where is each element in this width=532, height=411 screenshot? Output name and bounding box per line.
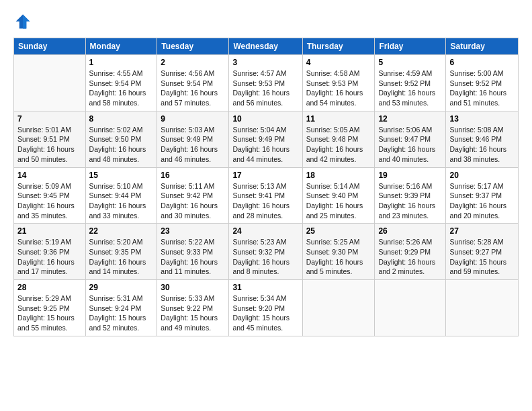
- day-info: Sunrise: 5:06 AM Sunset: 9:47 PM Dayligh…: [378, 125, 442, 165]
- day-number: 26: [378, 226, 442, 236]
- day-number: 10: [232, 114, 298, 124]
- day-number: 18: [306, 171, 371, 180]
- calendar-cell: 3Sunrise: 4:57 AM Sunset: 9:53 PM Daylig…: [229, 55, 302, 111]
- day-number: 12: [378, 114, 442, 124]
- calendar-cell: [446, 280, 519, 336]
- day-info: Sunrise: 5:23 AM Sunset: 9:32 PM Dayligh…: [232, 237, 298, 277]
- calendar-cell: 29Sunrise: 5:31 AM Sunset: 9:24 PM Dayli…: [85, 280, 157, 336]
- weekday-monday: Monday: [85, 38, 157, 55]
- calendar-cell: 26Sunrise: 5:26 AM Sunset: 9:29 PM Dayli…: [375, 224, 446, 280]
- logo-icon: [13, 12, 32, 31]
- calendar-cell: 21Sunrise: 5:19 AM Sunset: 9:36 PM Dayli…: [14, 224, 86, 280]
- calendar-cell: 17Sunrise: 5:13 AM Sunset: 9:41 PM Dayli…: [229, 167, 302, 224]
- calendar-cell: [14, 55, 86, 111]
- day-number: 3: [232, 58, 298, 67]
- day-number: 21: [17, 226, 82, 236]
- day-number: 17: [232, 171, 298, 180]
- day-number: 4: [306, 58, 371, 67]
- day-number: 29: [89, 283, 154, 292]
- day-number: 31: [232, 283, 298, 292]
- weekday-header-row: SundayMondayTuesdayWednesdayThursdayFrid…: [14, 38, 519, 55]
- day-info: Sunrise: 5:31 AM Sunset: 9:24 PM Dayligh…: [89, 293, 154, 333]
- weekday-saturday: Saturday: [446, 38, 519, 55]
- day-info: Sunrise: 5:22 AM Sunset: 9:33 PM Dayligh…: [161, 237, 225, 277]
- day-info: Sunrise: 5:02 AM Sunset: 9:50 PM Dayligh…: [89, 125, 154, 165]
- calendar-cell: 6Sunrise: 5:00 AM Sunset: 9:52 PM Daylig…: [446, 55, 519, 111]
- calendar-cell: 12Sunrise: 5:06 AM Sunset: 9:47 PM Dayli…: [375, 111, 446, 167]
- day-number: 6: [449, 58, 515, 67]
- week-row-1: 1Sunrise: 4:55 AM Sunset: 9:54 PM Daylig…: [14, 55, 519, 111]
- calendar-cell: 8Sunrise: 5:02 AM Sunset: 9:50 PM Daylig…: [85, 111, 157, 167]
- day-number: 11: [306, 114, 371, 124]
- calendar-cell: 24Sunrise: 5:23 AM Sunset: 9:32 PM Dayli…: [229, 224, 302, 280]
- day-info: Sunrise: 5:16 AM Sunset: 9:39 PM Dayligh…: [378, 181, 442, 221]
- day-info: Sunrise: 5:04 AM Sunset: 9:49 PM Dayligh…: [232, 125, 298, 165]
- day-number: 2: [161, 58, 225, 67]
- calendar-cell: 14Sunrise: 5:09 AM Sunset: 9:45 PM Dayli…: [14, 167, 86, 224]
- calendar-cell: 15Sunrise: 5:10 AM Sunset: 9:44 PM Dayli…: [85, 167, 157, 224]
- day-info: Sunrise: 5:17 AM Sunset: 9:37 PM Dayligh…: [449, 181, 515, 221]
- calendar-cell: 5Sunrise: 4:59 AM Sunset: 9:52 PM Daylig…: [375, 55, 446, 111]
- calendar-cell: 30Sunrise: 5:33 AM Sunset: 9:22 PM Dayli…: [157, 280, 229, 336]
- weekday-thursday: Thursday: [302, 38, 375, 55]
- day-info: Sunrise: 4:58 AM Sunset: 9:53 PM Dayligh…: [306, 68, 371, 108]
- day-info: Sunrise: 5:26 AM Sunset: 9:29 PM Dayligh…: [378, 237, 442, 277]
- week-row-2: 7Sunrise: 5:01 AM Sunset: 9:51 PM Daylig…: [14, 111, 519, 167]
- day-info: Sunrise: 4:55 AM Sunset: 9:54 PM Dayligh…: [89, 68, 154, 108]
- day-number: 14: [17, 171, 82, 180]
- weekday-friday: Friday: [375, 38, 446, 55]
- calendar-cell: 13Sunrise: 5:08 AM Sunset: 9:46 PM Dayli…: [446, 111, 519, 167]
- calendar-cell: 16Sunrise: 5:11 AM Sunset: 9:42 PM Dayli…: [157, 167, 229, 224]
- day-info: Sunrise: 5:10 AM Sunset: 9:44 PM Dayligh…: [89, 181, 154, 221]
- calendar-cell: 11Sunrise: 5:05 AM Sunset: 9:48 PM Dayli…: [302, 111, 375, 167]
- day-info: Sunrise: 5:29 AM Sunset: 9:25 PM Dayligh…: [17, 293, 82, 333]
- day-info: Sunrise: 5:13 AM Sunset: 9:41 PM Dayligh…: [232, 181, 298, 221]
- day-info: Sunrise: 5:03 AM Sunset: 9:49 PM Dayligh…: [161, 125, 225, 165]
- day-number: 16: [161, 171, 225, 180]
- calendar-cell: 22Sunrise: 5:20 AM Sunset: 9:35 PM Dayli…: [85, 224, 157, 280]
- day-number: 24: [232, 226, 298, 236]
- calendar-cell: 9Sunrise: 5:03 AM Sunset: 9:49 PM Daylig…: [157, 111, 229, 167]
- calendar-cell: 31Sunrise: 5:34 AM Sunset: 9:20 PM Dayli…: [229, 280, 302, 336]
- calendar-cell: 4Sunrise: 4:58 AM Sunset: 9:53 PM Daylig…: [302, 55, 375, 111]
- day-number: 27: [449, 226, 515, 236]
- day-info: Sunrise: 5:25 AM Sunset: 9:30 PM Dayligh…: [306, 237, 371, 277]
- calendar-cell: 27Sunrise: 5:28 AM Sunset: 9:27 PM Dayli…: [446, 224, 519, 280]
- day-info: Sunrise: 5:11 AM Sunset: 9:42 PM Dayligh…: [161, 181, 225, 221]
- day-number: 19: [378, 171, 442, 180]
- day-number: 25: [306, 226, 371, 236]
- weekday-wednesday: Wednesday: [229, 38, 302, 55]
- day-number: 1: [89, 58, 154, 67]
- day-number: 20: [449, 171, 515, 180]
- week-row-3: 14Sunrise: 5:09 AM Sunset: 9:45 PM Dayli…: [14, 167, 519, 224]
- day-number: 23: [161, 226, 225, 236]
- day-number: 30: [161, 283, 225, 292]
- day-info: Sunrise: 5:01 AM Sunset: 9:51 PM Dayligh…: [17, 125, 82, 165]
- day-info: Sunrise: 5:28 AM Sunset: 9:27 PM Dayligh…: [449, 237, 515, 277]
- calendar-cell: 28Sunrise: 5:29 AM Sunset: 9:25 PM Dayli…: [14, 280, 86, 336]
- week-row-4: 21Sunrise: 5:19 AM Sunset: 9:36 PM Dayli…: [14, 224, 519, 280]
- day-info: Sunrise: 5:08 AM Sunset: 9:46 PM Dayligh…: [449, 125, 515, 165]
- day-number: 13: [449, 114, 515, 124]
- week-row-5: 28Sunrise: 5:29 AM Sunset: 9:25 PM Dayli…: [14, 280, 519, 336]
- day-info: Sunrise: 5:19 AM Sunset: 9:36 PM Dayligh…: [17, 237, 82, 277]
- day-info: Sunrise: 4:59 AM Sunset: 9:52 PM Dayligh…: [378, 68, 442, 108]
- day-info: Sunrise: 5:09 AM Sunset: 9:45 PM Dayligh…: [17, 181, 82, 221]
- day-info: Sunrise: 5:33 AM Sunset: 9:22 PM Dayligh…: [161, 293, 225, 333]
- day-number: 15: [89, 171, 154, 180]
- day-info: Sunrise: 4:56 AM Sunset: 9:54 PM Dayligh…: [161, 68, 225, 108]
- calendar-cell: 23Sunrise: 5:22 AM Sunset: 9:33 PM Dayli…: [157, 224, 229, 280]
- calendar-cell: 20Sunrise: 5:17 AM Sunset: 9:37 PM Dayli…: [446, 167, 519, 224]
- calendar-cell: 2Sunrise: 4:56 AM Sunset: 9:54 PM Daylig…: [157, 55, 229, 111]
- header: [13, 12, 519, 31]
- calendar-cell: 19Sunrise: 5:16 AM Sunset: 9:39 PM Dayli…: [375, 167, 446, 224]
- calendar-table: SundayMondayTuesdayWednesdayThursdayFrid…: [13, 38, 519, 336]
- day-info: Sunrise: 5:14 AM Sunset: 9:40 PM Dayligh…: [306, 181, 371, 221]
- day-info: Sunrise: 5:34 AM Sunset: 9:20 PM Dayligh…: [232, 293, 298, 333]
- weekday-tuesday: Tuesday: [157, 38, 229, 55]
- calendar-cell: 18Sunrise: 5:14 AM Sunset: 9:40 PM Dayli…: [302, 167, 375, 224]
- day-info: Sunrise: 4:57 AM Sunset: 9:53 PM Dayligh…: [232, 68, 298, 108]
- calendar-cell: [302, 280, 375, 336]
- day-number: 5: [378, 58, 442, 67]
- page: SundayMondayTuesdayWednesdayThursdayFrid…: [0, 0, 532, 343]
